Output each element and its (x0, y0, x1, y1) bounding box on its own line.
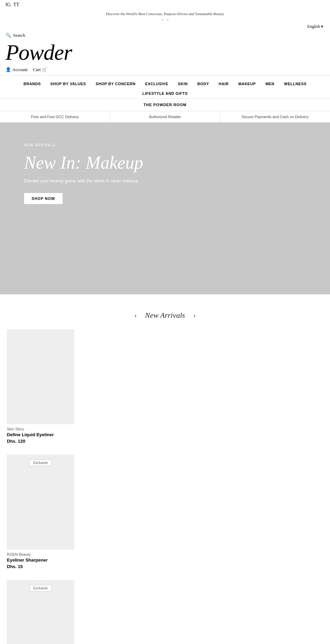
announcement-next[interactable]: › (167, 16, 168, 22)
language-selector[interactable]: English ▾ (307, 24, 323, 29)
announcement-prev[interactable]: ‹ (162, 16, 163, 22)
search-bar[interactable]: 🔍 Search (0, 31, 330, 40)
nav-item-wellness[interactable]: WELLNESS (279, 79, 311, 89)
sub-nav: THE POWDER ROOM (0, 99, 330, 111)
main-nav: BRANDS SHOP BY VALUES SHOP BY CONCERN EX… (0, 76, 330, 99)
new-arrivals-header: ‹ New Arrivals › (6, 311, 324, 320)
banner-delivery: Free and Fast GCC Delivery (0, 111, 110, 122)
hero-title: New In: Makeup (24, 152, 306, 173)
new-arrivals-prev-arrow[interactable]: ‹ (134, 312, 137, 319)
sub-nav-powder-room[interactable]: THE POWDER ROOM (136, 101, 193, 108)
cart-label: Cart (33, 67, 41, 72)
nav-item-brands[interactable]: BRANDS (19, 79, 45, 89)
language-bar: English ▾ (0, 23, 330, 31)
chevron-down-icon: ▾ (321, 24, 323, 29)
account-cart-bar: 👤 Account Cart 🛒 (0, 66, 330, 76)
product-name-2: Eyeliner Sharpener (7, 557, 74, 563)
product-badge-2: Exclusive (30, 460, 52, 466)
logo[interactable]: Powder (0, 40, 330, 66)
new-arrivals-section: ‹ New Arrivals › Skin Story Define Liqui… (0, 294, 330, 644)
cart-icon: 🛒 (42, 67, 47, 72)
product-list: Skin Story Define Liquid Eyeliner Dhs. 1… (6, 329, 324, 644)
banner-retailer: Authorized Retailer (110, 111, 220, 122)
new-arrivals-title: New Arrivals (145, 311, 185, 320)
announcement-nav: ‹ › (0, 16, 330, 22)
instagram-icon[interactable]: IG (6, 2, 11, 8)
hero-subtitle: Elevate your beauty game with the latest… (24, 178, 306, 183)
feature-banners: Free and Fast GCC Delivery Authorized Re… (0, 111, 330, 123)
search-label: Search (13, 33, 25, 38)
new-arrivals-next-arrow[interactable]: › (193, 312, 196, 319)
tiktok-icon[interactable]: TT (13, 2, 19, 8)
hero-section: NEW ARRIVALS New In: Makeup Elevate your… (0, 123, 330, 294)
nav-item-hair[interactable]: HAIR (214, 79, 233, 89)
announcement-bar: Discover the World's Best Conscious, Pur… (0, 10, 330, 23)
nav-item-body[interactable]: BODY (192, 79, 214, 89)
product-price-1: Dhs. 120 (7, 439, 74, 444)
hero-shop-now-button[interactable]: SHOP NOW (24, 193, 63, 204)
product-name-1: Define Liquid Eyeliner (7, 432, 74, 437)
social-bar: IG TT (0, 0, 330, 10)
product-brand-1: Skin Story (7, 427, 74, 431)
product-badge-3: Exclusive (30, 585, 52, 591)
announcement-text: Discover the World's Best Conscious, Pur… (106, 12, 224, 16)
product-brand-2: ROEN Beauty (7, 552, 74, 556)
banner-payments: Secure Payments and Cash on Delivery (220, 111, 330, 122)
cart-link[interactable]: Cart 🛒 (33, 67, 47, 72)
account-link[interactable]: 👤 Account (6, 67, 28, 72)
account-icon: 👤 (6, 67, 11, 72)
nav-item-shop-by-values[interactable]: SHOP BY VALUES (46, 79, 91, 89)
search-icon: 🔍 (6, 33, 11, 38)
nav-item-shop-by-concern[interactable]: SHOP BY CONCERN (91, 79, 140, 89)
hero-label: NEW ARRIVALS (24, 143, 306, 147)
nav-item-exclusive[interactable]: EXCLUSIVE (140, 79, 173, 89)
product-image-2: Exclusive (7, 455, 74, 550)
nav-item-lifestyle[interactable]: LIFESTYLE AND GIFTS (138, 89, 192, 98)
product-image-3: Exclusive (7, 580, 74, 644)
product-card-1[interactable]: Skin Story Define Liquid Eyeliner Dhs. 1… (7, 329, 74, 444)
product-price-2: Dhs. 15 (7, 564, 74, 569)
nav-item-skin[interactable]: SKIN (173, 79, 192, 89)
nav-item-men[interactable]: MEN (261, 79, 279, 89)
account-label: Account (12, 67, 28, 72)
product-card-3[interactable]: Exclusive ROEN Beauty Eyeline Define Eye… (7, 580, 74, 644)
product-image-1 (7, 329, 74, 424)
nav-item-makeup[interactable]: MAKEUP (233, 79, 261, 89)
product-card-2[interactable]: Exclusive ROEN Beauty Eyeliner Sharpener… (7, 455, 74, 569)
logo-text: Powder (6, 40, 72, 65)
